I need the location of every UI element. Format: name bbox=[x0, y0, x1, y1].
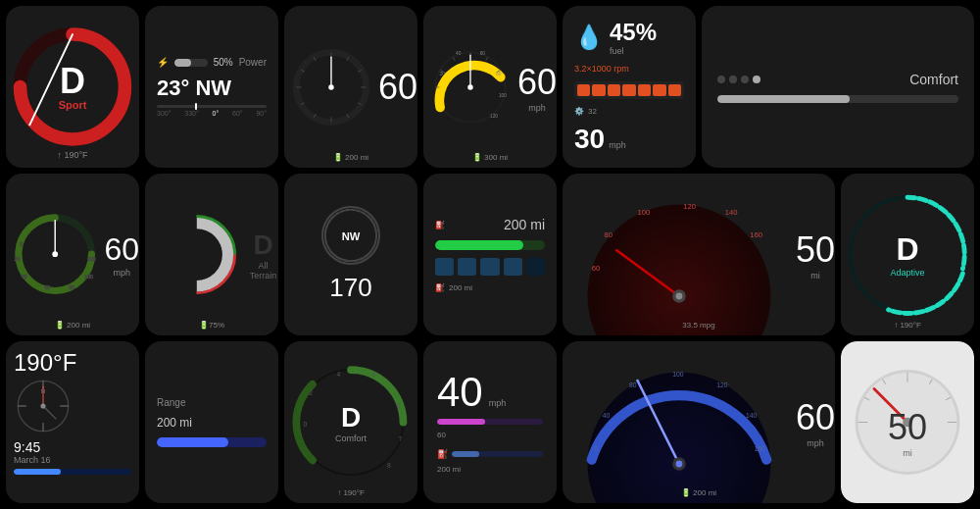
white-speed-value: 50 bbox=[888, 407, 927, 448]
adaptive-temp: ↑ 190°F bbox=[894, 321, 921, 330]
blue-speed-value: 60 bbox=[796, 397, 835, 438]
svg-text:80: 80 bbox=[496, 71, 502, 76]
range2-widget: Range 200 mi bbox=[145, 341, 278, 503]
comfort2-temp: ↑ 190°F bbox=[337, 488, 365, 497]
svg-text:20: 20 bbox=[15, 257, 21, 263]
fuel-drop-icon: 💧 bbox=[574, 24, 604, 51]
gear-row: ⚙️ 32 bbox=[574, 107, 684, 116]
range2-label: Range bbox=[157, 397, 267, 408]
svg-text:100: 100 bbox=[637, 208, 650, 217]
speed1-widget: 60 🔋 200 mi bbox=[284, 6, 417, 168]
svg-text:120: 120 bbox=[87, 257, 96, 263]
speed-mph-row: 30 mph bbox=[574, 124, 684, 155]
range1-bottom-mi: 200 mi bbox=[449, 283, 472, 292]
power-compass-widget: ⚡ 50% Power 23° NW 300° 330° 0° 60° 90° bbox=[145, 6, 278, 168]
allterrain-arc-svg bbox=[145, 203, 248, 306]
svg-text:60: 60 bbox=[592, 264, 600, 273]
svg-point-64 bbox=[40, 403, 45, 408]
speed40-mileage: 200 mi bbox=[437, 465, 543, 474]
green-speed-mileage: 🔋 200 mi bbox=[55, 321, 90, 330]
svg-text:60: 60 bbox=[480, 51, 486, 56]
svg-line-25 bbox=[453, 57, 455, 61]
svg-point-40 bbox=[52, 252, 58, 258]
compass2-speed: 170 bbox=[329, 273, 371, 303]
fuel-green-bar bbox=[435, 240, 545, 250]
allterrain-fuel: 🔋75% bbox=[199, 321, 224, 330]
green-speed-widget: 0 20 40 60 80 100 120 60 mph 🔋 200 mi bbox=[6, 174, 139, 335]
speed40-bar bbox=[437, 419, 543, 425]
rpm-text: 3.2×1000 rpm bbox=[574, 64, 684, 74]
green-speed-gauge: 0 20 40 60 80 100 120 60 mph 🔋 200 mi bbox=[6, 174, 139, 335]
svg-text:0: 0 bbox=[594, 445, 598, 452]
temp-widget: 190°F N 9:45 March 16 bbox=[6, 341, 139, 503]
sport-mode: Sport bbox=[59, 99, 87, 111]
sport-gauge: D Sport ↑ 190°F bbox=[6, 6, 139, 168]
fuel1-speed: 30 bbox=[574, 124, 605, 155]
comfort2-widget: 0 2 4 5 6 7 8 D Comfort ↑ 190°F bbox=[284, 341, 417, 503]
white-gauge-widget: 50 mi bbox=[841, 341, 974, 503]
block-1 bbox=[435, 258, 454, 276]
power-percent: 50% bbox=[214, 57, 233, 68]
speed2-arc-svg: 20 40 60 80 100 120 bbox=[423, 40, 517, 134]
comfort-bar-fill bbox=[717, 95, 850, 103]
dot-2 bbox=[729, 76, 737, 83]
sport-center: D Sport bbox=[59, 64, 87, 111]
fuel1-unit: mph bbox=[609, 140, 626, 150]
fuel-green-fill bbox=[435, 240, 523, 250]
green-speed-center: 60 mph bbox=[104, 231, 139, 278]
svg-text:NW: NW bbox=[342, 230, 361, 242]
range2-content: Range 200 mi bbox=[145, 387, 278, 457]
dot-3 bbox=[741, 76, 749, 83]
blue-gauge-center: 60 mph bbox=[796, 397, 835, 448]
block-row bbox=[435, 258, 545, 276]
range1-content: ⛽ 200 mi ⛽ 200 mi bbox=[423, 207, 557, 302]
rpm-seg-6 bbox=[653, 84, 665, 96]
svg-text:120: 120 bbox=[716, 382, 728, 388]
svg-text:40: 40 bbox=[603, 412, 611, 419]
block-3 bbox=[480, 258, 499, 276]
allterrain-letter: D bbox=[248, 229, 278, 261]
allterrain-gauge: D All Terrain 🔋75% bbox=[145, 174, 278, 335]
fuel1-top: 💧 45% fuel bbox=[574, 19, 684, 56]
blue-gauge-widget: 0 40 80 100 120 140 160 60 mph 🔋 200 mi bbox=[563, 341, 835, 503]
comfort-top: Comfort bbox=[717, 72, 958, 87]
speed1-center: 60 bbox=[378, 67, 417, 108]
compass2-svg: NW bbox=[323, 206, 378, 265]
svg-text:0: 0 bbox=[20, 241, 23, 247]
range1-top: ⛽ 200 mi bbox=[435, 217, 545, 232]
red-speed-value: 50 bbox=[796, 229, 835, 271]
comfort-bar-track bbox=[717, 95, 958, 103]
speed2-unit: mph bbox=[517, 103, 557, 113]
range1-top-mi: 200 mi bbox=[504, 217, 545, 232]
svg-text:140: 140 bbox=[725, 208, 738, 217]
power-row: ⚡ 50% Power bbox=[157, 57, 267, 68]
speed1-gauge: 60 🔋 200 mi bbox=[284, 6, 417, 168]
speed40-content: 40 mph 60 ⛽ 200 mi bbox=[423, 362, 557, 484]
fuel1-label: fuel bbox=[610, 46, 657, 56]
compass2-widget: NW 170 bbox=[284, 174, 417, 335]
red-gauge-wrap: 60 80 100 120 140 160 50 mi 33.5 mpg bbox=[563, 174, 835, 335]
speed40-fill bbox=[437, 419, 485, 425]
comfort2-mode: Comfort bbox=[335, 433, 367, 443]
compass-labels: 300° 330° 0° 60° 90° bbox=[157, 110, 267, 117]
red-gauge-mpg: 33.5 mpg bbox=[682, 321, 714, 330]
compass-value: 23° NW bbox=[157, 76, 267, 101]
temp-content: 190°F N 9:45 March 16 bbox=[6, 341, 139, 503]
green-speed-value: 60 bbox=[104, 231, 139, 268]
red-gauge-center: 50 mi bbox=[796, 229, 835, 280]
rpm-seg-4 bbox=[622, 84, 635, 96]
svg-text:60: 60 bbox=[44, 284, 50, 290]
power-label: Power bbox=[239, 57, 267, 68]
mini-compass-svg: N bbox=[14, 377, 73, 435]
range2-bar-fill bbox=[157, 437, 228, 447]
svg-text:80: 80 bbox=[604, 231, 612, 240]
time-bar-fill bbox=[14, 469, 61, 475]
speed2-center: 60 mph bbox=[517, 62, 557, 113]
svg-text:2: 2 bbox=[309, 389, 313, 396]
speed40-fuel-row: ⛽ bbox=[437, 449, 543, 459]
svg-point-30 bbox=[467, 84, 472, 89]
svg-point-15 bbox=[328, 84, 333, 89]
speed2-widget: 20 40 60 80 100 120 bbox=[423, 6, 557, 168]
green-speed-unit: mph bbox=[104, 268, 139, 278]
dot-1 bbox=[717, 76, 725, 83]
